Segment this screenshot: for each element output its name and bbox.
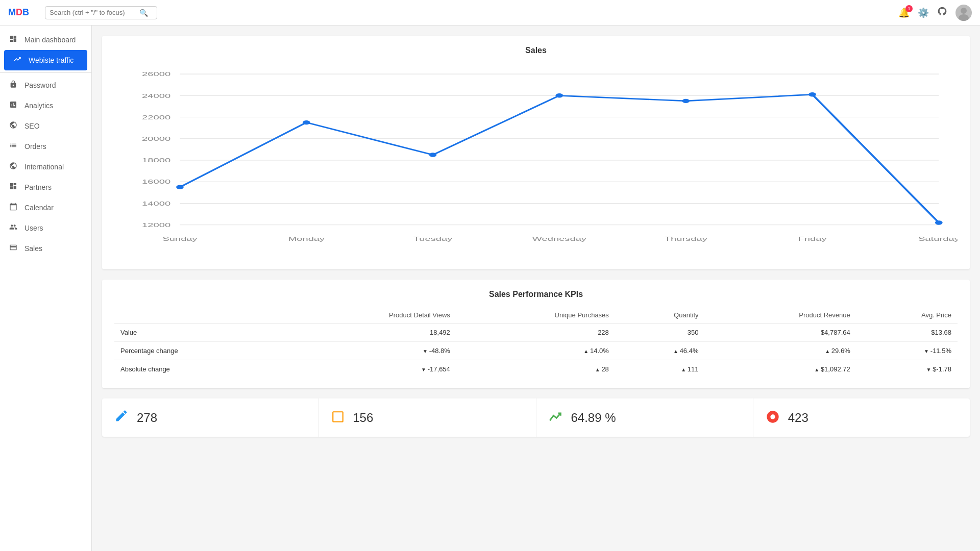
layout: Main dashboard Webiste traffic Password — [0, 26, 980, 551]
sidebar-item-password[interactable]: Password — [0, 75, 91, 95]
kpi-value-pdv: 18,492 — [281, 323, 456, 342]
stat-value-square: 156 — [353, 411, 373, 425]
square-icon — [331, 410, 345, 425]
sidebar-item-website-traffic[interactable]: Webiste traffic — [4, 50, 87, 70]
stat-item-square: 156 — [319, 398, 536, 437]
sidebar-item-analytics[interactable]: Analytics — [0, 95, 91, 116]
sidebar-label-international: International — [24, 163, 64, 171]
kpi-value-ap: $13.68 — [856, 323, 958, 342]
stat-item-pencil: 278 — [102, 398, 319, 437]
kpi-pct-pdv: -48.8% — [281, 342, 456, 360]
kpi-col-label — [114, 307, 281, 323]
stat-value-circle: 423 — [788, 411, 808, 425]
kpi-pct-up: 14.0% — [456, 342, 615, 360]
dashboard-icon — [8, 35, 18, 45]
record-icon — [766, 410, 780, 426]
svg-text:20000: 20000 — [142, 135, 170, 142]
svg-point-19 — [303, 120, 310, 124]
stat-item-circle: 423 — [753, 398, 970, 437]
sidebar: Main dashboard Webiste traffic Password — [0, 26, 92, 551]
kpi-value-qty: 350 — [615, 323, 705, 342]
stat-item-chart: 64.89 % — [536, 398, 753, 437]
sidebar-label-analytics: Analytics — [24, 102, 53, 110]
stat-value-pencil: 278 — [137, 411, 157, 425]
svg-text:Sunday: Sunday — [162, 236, 198, 242]
svg-text:14000: 14000 — [142, 200, 170, 207]
pencil-icon — [114, 409, 129, 427]
sidebar-label-partners: Partners — [24, 183, 52, 191]
kpi-col-product-detail-views: Product Detail Views — [281, 307, 456, 323]
svg-point-22 — [682, 99, 690, 103]
kpi-abs-pdv: -17,654 — [281, 360, 456, 379]
svg-text:Thursday: Thursday — [665, 236, 708, 242]
main-content: Sales 26000 24000 22000 20000 — [92, 26, 980, 551]
svg-point-34 — [770, 414, 775, 419]
settings-icon[interactable]: ⚙️ — [918, 7, 929, 18]
sidebar-label-main-dashboard: Main dashboard — [24, 36, 76, 44]
sidebar-item-international[interactable]: International — [0, 157, 91, 177]
svg-point-23 — [808, 92, 816, 96]
kpi-col-quantity: Quantity — [615, 307, 705, 323]
stat-value-chart: 64.89 % — [571, 411, 616, 425]
search-input[interactable] — [50, 9, 136, 16]
kpi-card: Sales Performance KPIs Product Detail Vi… — [102, 280, 970, 388]
table-row: Value 18,492 228 350 $4,787.64 $13.68 — [114, 323, 958, 342]
svg-point-1 — [959, 14, 969, 21]
github-icon[interactable] — [937, 6, 947, 19]
svg-text:22000: 22000 — [142, 114, 170, 120]
topbar-logo: MDB — [8, 7, 39, 18]
kpi-abs-qty: 111 — [615, 360, 705, 379]
notification-bell-icon[interactable]: 🔔 1 — [898, 7, 910, 18]
sidebar-item-main-dashboard[interactable]: Main dashboard — [0, 30, 91, 50]
sidebar-label-users: Users — [24, 224, 43, 232]
kpi-col-unique-purchases: Unique Purchases — [456, 307, 615, 323]
sidebar-item-users[interactable]: Users — [0, 218, 91, 238]
svg-point-21 — [556, 93, 564, 97]
svg-text:Tuesday: Tuesday — [413, 236, 453, 242]
lock-icon — [8, 80, 18, 90]
kpi-col-product-revenue: Product Revenue — [705, 307, 856, 323]
sidebar-item-calendar[interactable]: Calendar — [0, 197, 91, 218]
avatar[interactable] — [955, 5, 972, 21]
kpi-abs-ap: $-1.78 — [856, 360, 958, 379]
svg-point-18 — [176, 185, 184, 189]
kpi-pct-ap: -11.5% — [856, 342, 958, 360]
stats-row: 278 156 64.89 % 423 — [102, 398, 970, 437]
svg-text:Friday: Friday — [798, 236, 827, 242]
partners-icon — [8, 182, 18, 192]
kpi-value-up: 228 — [456, 323, 615, 342]
svg-point-0 — [961, 8, 967, 14]
kpi-pct-pr: 29.6% — [705, 342, 856, 360]
svg-rect-32 — [333, 412, 344, 422]
svg-text:18000: 18000 — [142, 157, 170, 164]
kpi-value-pr: $4,787.64 — [705, 323, 856, 342]
seo-icon — [8, 121, 18, 131]
sidebar-label-seo: SEO — [24, 122, 40, 130]
kpi-pct-qty: 46.4% — [615, 342, 705, 360]
kpi-title: Sales Performance KPIs — [114, 290, 958, 299]
traffic-icon — [12, 55, 22, 65]
search-icon[interactable]: 🔍 — [139, 9, 148, 17]
calendar-icon — [8, 203, 18, 213]
kpi-table: Product Detail Views Unique Purchases Qu… — [114, 307, 958, 378]
search-box[interactable]: 🔍 — [45, 6, 157, 19]
sales-chart-title: Sales — [114, 46, 958, 55]
kpi-row-pct-label: Percentage change — [114, 342, 281, 360]
kpi-row-value-label: Value — [114, 323, 281, 342]
sidebar-item-partners[interactable]: Partners — [0, 177, 91, 197]
sidebar-item-seo[interactable]: SEO — [0, 116, 91, 136]
sidebar-item-sales[interactable]: Sales — [0, 238, 91, 259]
chart-trend-icon — [549, 410, 563, 426]
svg-text:12000: 12000 — [142, 221, 170, 228]
sidebar-label-sales: Sales — [24, 244, 42, 253]
table-row: Absolute change -17,654 28 111 $1,092.72… — [114, 360, 958, 379]
sidebar-label-orders: Orders — [24, 142, 46, 151]
sidebar-label-password: Password — [24, 81, 56, 89]
kpi-abs-pr: $1,092.72 — [705, 360, 856, 379]
kpi-abs-up: 28 — [456, 360, 615, 379]
svg-text:24000: 24000 — [142, 92, 170, 99]
sidebar-item-orders[interactable]: Orders — [0, 136, 91, 157]
topbar-icons: 🔔 1 ⚙️ — [898, 5, 972, 21]
kpi-row-abs-label: Absolute change — [114, 360, 281, 379]
svg-text:Wednesday: Wednesday — [532, 236, 587, 242]
